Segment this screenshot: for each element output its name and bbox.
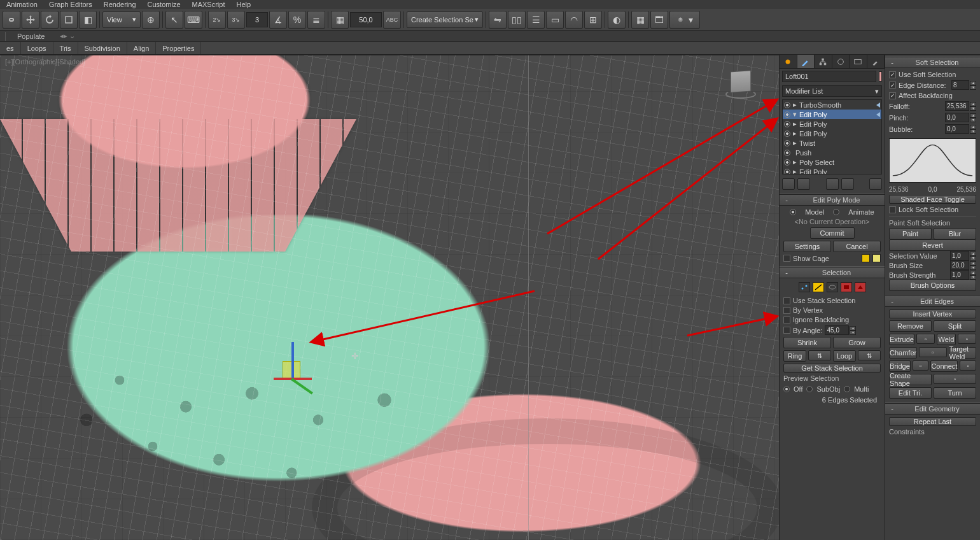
keyboard-shortcut-icon[interactable]: ⌨ — [185, 11, 202, 29]
by-angle-spinner[interactable]: ▴▾ — [825, 325, 856, 335]
edge-distance-checkbox[interactable] — [889, 82, 896, 89]
cancel-button[interactable]: Cancel — [833, 241, 881, 252]
brush-options-button[interactable]: Brush Options — [889, 280, 976, 291]
layers-icon[interactable]: ☰ — [527, 11, 545, 29]
brush-strength-spinner[interactable]: ▴▾ — [950, 270, 976, 280]
menu-maxscript[interactable]: MAXScript — [192, 1, 225, 8]
preview-off-radio[interactable] — [783, 386, 790, 392]
ref-coord-dropdown[interactable]: View▾ — [102, 11, 141, 28]
polygon-subobj-icon[interactable] — [841, 282, 852, 292]
cage-color-b[interactable] — [872, 254, 881, 262]
show-end-result-icon[interactable] — [797, 178, 810, 190]
viewport-label[interactable]: [+][Orthographic][Shaded] — [5, 58, 85, 66]
settings-button[interactable]: Settings — [783, 241, 831, 252]
mod-twist[interactable]: ▸Twist — [783, 138, 881, 148]
target-weld-button[interactable]: Target Weld — [949, 347, 976, 359]
menu-rendering[interactable]: Rendering — [104, 1, 136, 8]
extrude-settings-icon[interactable]: ▫ — [916, 334, 935, 344]
mirror-icon[interactable]: ⇋ — [489, 11, 507, 29]
shrink-button[interactable]: Shrink — [783, 337, 831, 348]
angle-input[interactable] — [350, 12, 382, 27]
main-menu[interactable]: Animation Graph Editors Rendering Custom… — [0, 0, 980, 9]
tab-es[interactable]: es — [0, 42, 21, 54]
use-stack-sel-checkbox[interactable] — [783, 297, 790, 304]
mod-turbosmooth[interactable]: ▸TurboSmooth — [783, 100, 881, 110]
element-subobj-icon[interactable] — [855, 282, 866, 292]
lock-soft-sel-checkbox[interactable] — [889, 206, 896, 213]
spinner-snap-icon[interactable]: ≣ — [307, 11, 325, 29]
tab-align[interactable]: Align — [127, 42, 156, 54]
by-vertex-checkbox[interactable] — [783, 307, 790, 314]
weld-button[interactable]: Weld — [937, 334, 955, 345]
snap-3d-icon[interactable]: 3↘ — [227, 11, 245, 29]
bridge-button[interactable]: Bridge — [889, 360, 911, 372]
turn-button[interactable]: Turn — [934, 387, 976, 399]
model-radio[interactable] — [790, 209, 796, 215]
vertex-subobj-icon[interactable] — [799, 282, 810, 292]
shaded-face-toggle-button[interactable]: Shaded Face Toggle — [889, 195, 976, 204]
render-prod-icon[interactable]: ▾ — [669, 11, 700, 29]
ring-button[interactable]: Ring — [783, 350, 806, 362]
ring-spinner[interactable]: ⇅ — [808, 350, 831, 360]
modifier-list-dropdown[interactable]: Modifier List▾ — [782, 85, 882, 97]
create-shape-button[interactable]: Create Shape — [889, 374, 932, 385]
show-cage-checkbox[interactable] — [783, 255, 790, 262]
loop-button[interactable]: Loop — [833, 350, 856, 362]
insert-vertex-button[interactable]: Insert Vertex — [889, 309, 976, 318]
display-tab-icon[interactable] — [850, 55, 867, 68]
viewport[interactable]: ✛ [+][Orthographic][Shaded] — [0, 55, 779, 540]
ignore-backfacing-checkbox[interactable] — [783, 316, 790, 323]
edit-tri-button[interactable]: Edit Tri. — [889, 387, 932, 399]
border-subobj-icon[interactable] — [827, 282, 838, 292]
rollout-header-epm[interactable]: -Edit Poly Mode — [780, 194, 885, 206]
weld-settings-icon[interactable]: ▫ — [958, 334, 976, 344]
mod-edit-poly-3[interactable]: ▸Edit Poly — [783, 129, 881, 138]
selection-value-spinner[interactable]: ▴▾ — [950, 251, 976, 260]
rollout-header-edit-edges[interactable]: -Edit Edges — [885, 295, 980, 307]
grow-button[interactable]: Grow — [833, 337, 881, 348]
bubble-spinner[interactable]: ▴▾ — [945, 124, 976, 134]
rollout-header-edit-geometry[interactable]: -Edit Geometry — [885, 403, 980, 415]
menu-graph-editors[interactable]: Graph Editors — [49, 1, 92, 8]
object-color-swatch[interactable] — [879, 71, 882, 82]
utilities-tab-icon[interactable] — [867, 55, 885, 68]
move-gizmo-icon[interactable] — [22, 11, 39, 29]
snap-2d-icon[interactable]: 2↘ — [208, 11, 226, 29]
align-icon[interactable]: ▯▯ — [508, 11, 526, 29]
animate-radio[interactable] — [833, 209, 839, 215]
extrude-button[interactable]: Extrude — [889, 334, 914, 345]
rotate-icon[interactable] — [41, 11, 59, 29]
transform-gizmo[interactable] — [274, 342, 312, 399]
revert-button[interactable]: Revert — [889, 239, 976, 251]
placement-icon[interactable]: ◧ — [79, 11, 97, 29]
scale-icon[interactable] — [60, 11, 78, 29]
tab-tris[interactable]: Tris — [53, 42, 78, 54]
chamfer-settings-icon[interactable]: ▫ — [919, 347, 946, 357]
pivot-icon[interactable]: ⊕ — [142, 11, 160, 29]
edge-subobj-icon[interactable] — [813, 282, 824, 292]
select-manip-icon[interactable]: ↖ — [165, 11, 183, 29]
tab-subdivision[interactable]: Subdivision — [78, 42, 127, 54]
bridge-settings-icon[interactable]: ▫ — [913, 360, 929, 371]
material-editor-icon[interactable]: ◐ — [608, 11, 626, 29]
object-name-input[interactable] — [782, 71, 876, 82]
use-soft-sel-checkbox[interactable] — [889, 71, 896, 78]
tab-properties[interactable]: Properties — [156, 42, 201, 54]
preview-subobj-radio[interactable] — [806, 386, 813, 392]
connect-button[interactable]: Connect — [930, 360, 958, 372]
viewcube[interactable] — [722, 67, 760, 105]
mod-edit-poly-2[interactable]: ▸Edit Poly — [783, 119, 881, 129]
loop-spinner[interactable]: ⇅ — [858, 350, 881, 360]
menu-animation[interactable]: Animation — [6, 1, 38, 8]
pin-stack-icon[interactable] — [782, 178, 795, 190]
ribbon-populate[interactable]: Populate — [8, 32, 53, 40]
create-tab-icon[interactable] — [780, 55, 797, 68]
falloff-spinner[interactable]: ▴▾ — [945, 101, 976, 111]
modifier-stack[interactable]: ▸TurboSmooth ▾Edit Poly ▸Edit Poly ▸Edit… — [782, 99, 882, 174]
blur-button[interactable]: Blur — [934, 228, 976, 239]
grid-spinner[interactable] — [246, 12, 268, 27]
hierarchy-tab-icon[interactable] — [815, 55, 832, 68]
remove-button[interactable]: Remove — [889, 320, 932, 332]
menu-customize[interactable]: Customize — [148, 1, 181, 8]
edit-selection-icon[interactable]: ▦ — [331, 11, 349, 29]
